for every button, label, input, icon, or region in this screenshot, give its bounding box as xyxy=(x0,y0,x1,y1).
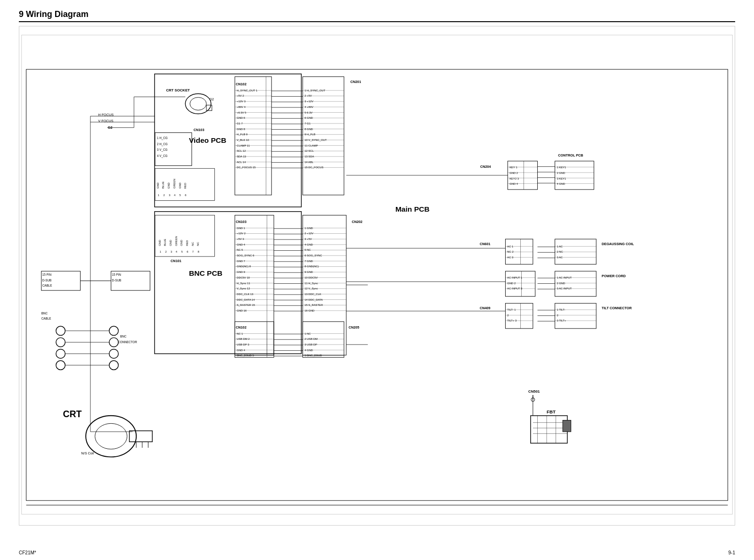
svg-rect-209 xyxy=(26,69,728,501)
fbt-label: FBT xyxy=(547,409,556,414)
cn101-gnd2: GND xyxy=(169,240,172,246)
cn103-pin3: 3 V_CG xyxy=(157,148,168,152)
ctrl-p1: 1 KEY1 xyxy=(557,166,566,169)
svg-point-197 xyxy=(56,326,65,335)
cn101-num8: 8 xyxy=(198,250,199,253)
pin-num2: 2 xyxy=(164,194,165,197)
15pin-dsub-label2: D-SUB xyxy=(112,279,122,282)
bnc-cable-label2: CABLE xyxy=(41,317,51,320)
page-title: 9 Wiring Diagram xyxy=(19,9,735,22)
cn101-num3: 3 xyxy=(171,250,172,253)
15pin-dsub-cable-label: 15 PIN xyxy=(42,273,52,276)
svg-point-179 xyxy=(95,423,127,449)
svg-rect-56 xyxy=(155,215,215,257)
bnc-cable-label: BNC xyxy=(41,312,48,315)
svg-rect-180 xyxy=(130,431,153,442)
bnc-connector-label2: CONNECTOR xyxy=(118,340,137,344)
page: 9 Wiring Diagram Video PCB BNC PCB Main … xyxy=(0,0,754,560)
svg-point-178 xyxy=(86,416,136,457)
cn202-label: CN202 xyxy=(352,220,362,224)
cn103-label: CN103 xyxy=(194,128,205,132)
cn101-nc: NC xyxy=(191,242,194,246)
pin-num6: 6 xyxy=(185,194,186,197)
svg-rect-193 xyxy=(563,420,571,432)
tilt-connector-label: TILT CONNECTOR xyxy=(602,306,632,310)
h-focus-label: H FOCUS xyxy=(98,113,114,117)
cn201-label: CN201 xyxy=(351,80,361,84)
cn204-label: CN204 xyxy=(480,165,492,169)
pin-num1: 1 xyxy=(158,194,159,197)
cn103-pin1: 1 H_CG xyxy=(157,136,168,140)
footer-left: CF21M* xyxy=(19,550,36,555)
control-pcb-label: CONTROL PCB xyxy=(558,153,583,157)
cn101-nc2: NC xyxy=(197,242,199,246)
cn205-label: CN205 xyxy=(349,325,360,329)
pin-gnd3: GND xyxy=(179,182,181,189)
ctrl-p3: 3 KEY1 xyxy=(557,177,566,180)
pin-num3: 3 xyxy=(169,194,170,197)
main-pcb-label: Main PCB xyxy=(395,205,430,213)
pin-green: GREEN xyxy=(173,179,176,189)
cn409-label: CN409 xyxy=(480,306,491,310)
cn204-p3: KEY2 3 xyxy=(509,177,519,180)
cn101-label: CN101 xyxy=(171,259,181,263)
cn101-num6: 6 xyxy=(187,250,188,253)
cn101-blue: BLUE xyxy=(164,239,166,246)
svg-point-200 xyxy=(56,361,65,370)
bnc-connector-label: BNC xyxy=(120,335,127,338)
svg-rect-186 xyxy=(531,416,567,443)
15pin-dsub-label: 15 PIN xyxy=(112,273,122,276)
cn101-num2: 2 xyxy=(165,250,166,253)
cn101-num1: 1 xyxy=(160,250,161,253)
power-cord-label: POWER CORD xyxy=(602,274,626,278)
bnc-pcb-label: BNC PCB xyxy=(189,269,222,277)
degaussing-label: DEGAUSSING COIL xyxy=(602,242,634,246)
pin-num4: 4 xyxy=(174,194,176,197)
svg-rect-0 xyxy=(22,35,732,514)
svg-rect-166 xyxy=(505,303,533,329)
cn101-num7: 7 xyxy=(192,250,194,253)
pin-blue: BLUE xyxy=(162,181,164,189)
crt-socket-label: CRT SOCKET xyxy=(166,88,190,92)
cn204-p1: KEY 1 xyxy=(509,166,517,169)
ctrl-p2: 2 GND xyxy=(557,172,565,174)
g2-label: G2 xyxy=(108,125,113,130)
g2-label-top: G2 xyxy=(210,98,214,101)
15pin-dsub-cable-label2: D-SUB xyxy=(42,279,52,282)
diagram-area: Video PCB BNC PCB Main PCB CRT SOCKET G2… xyxy=(19,26,735,526)
svg-point-198 xyxy=(56,338,65,346)
svg-rect-2 xyxy=(155,212,301,354)
crt-label: CRT xyxy=(63,409,82,419)
video-pcb-label: Video PCB xyxy=(189,136,226,144)
svg-point-204 xyxy=(109,361,118,370)
cn102-video-label: CN102 xyxy=(236,82,246,86)
svg-rect-171 xyxy=(555,303,597,329)
cn103-bnc-label: CN103 xyxy=(236,220,246,224)
cn204-p4: GND 4 xyxy=(509,182,518,185)
cn102-bnc-label: CN102 xyxy=(236,325,246,329)
cn101-gnd3: GND xyxy=(180,240,183,246)
cn103-pin2: 2 H_CG xyxy=(157,142,168,146)
ctrl-p4: 4 GND xyxy=(557,182,565,185)
svg-point-201 xyxy=(109,326,118,335)
svg-point-4 xyxy=(190,97,206,110)
cn103-pin4: 4 V_CG xyxy=(157,154,168,158)
pin-gnd2: GND xyxy=(167,182,170,189)
pin-gnd1: GND xyxy=(156,182,159,189)
svg-rect-5 xyxy=(206,105,212,111)
cn101-gnd: GND xyxy=(158,240,161,246)
cn101-green: GREEN xyxy=(175,236,178,246)
cn101-num5: 5 xyxy=(181,250,182,253)
svg-point-202 xyxy=(109,338,118,346)
pin-red: RED xyxy=(184,183,187,189)
cn101-num4: 4 xyxy=(176,250,178,253)
cn101-red: RED xyxy=(186,240,188,246)
ns-coil-label: N/S Coil xyxy=(81,452,94,456)
footer-right: 9-1 xyxy=(729,550,735,555)
svg-point-199 xyxy=(56,349,65,358)
15pin-cable-label: CABLE xyxy=(42,284,52,287)
cn601-label: CN601 xyxy=(480,242,491,246)
cn204-p2: GND 2 xyxy=(509,172,518,174)
svg-point-203 xyxy=(109,349,118,358)
v-focus-label: V FOCUS xyxy=(98,119,114,123)
